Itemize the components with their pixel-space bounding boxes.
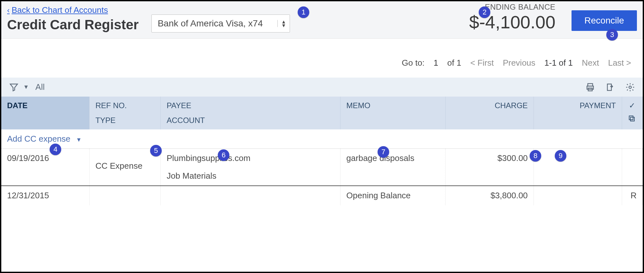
account-selector[interactable]: Bank of America Visa, x74 ▴▾ [151,14,290,33]
page-input[interactable]: 1 [434,58,438,68]
callout-badge: 3 [606,29,618,41]
callout-badge: 2 [479,6,490,18]
chevron-down-icon[interactable]: ▼ [23,84,29,90]
last-page-link[interactable]: Last > [608,58,631,68]
back-link[interactable]: ‹ Back to Chart of Accounts [7,5,108,15]
cell-rec [622,149,642,186]
cell-charge: $300.00 [446,149,534,186]
svg-rect-4 [629,116,633,120]
cell-payment [534,149,622,186]
table-toolbar: ▼ All [1,78,643,97]
callout-badge: 7 [378,146,389,158]
col-payee-account[interactable]: PAYEE ACCOUNT [161,97,341,129]
cell-payee-account: Plumbingsupplies.com Job Materials [161,149,341,186]
col-date[interactable]: DATE [1,97,90,129]
callout-badge: 5 [150,145,162,156]
reconcile-button[interactable]: Reconcile [572,10,637,31]
duplicate-icon[interactable] [628,115,637,122]
cell-rec: R [622,186,642,205]
col-charge[interactable]: CHARGE [446,97,534,129]
col-memo[interactable]: MEMO [341,97,446,129]
svg-point-3 [629,86,631,89]
callout-badge: 9 [555,150,566,162]
callout-badge: 1 [298,6,309,18]
account-selector-value: Bank of America Visa, x74 [158,18,273,29]
cell-memo: Opening Balance [341,186,446,205]
page-header: ‹ Back to Chart of Accounts Credit Card … [1,1,643,39]
col-reconciled[interactable]: ✓ [622,97,642,129]
page-title: Credit Card Register [7,17,139,33]
back-link-label: Back to Chart of Accounts [12,5,108,15]
table-row[interactable]: 12/31/2015 Opening Balance $3,800.00 R [1,186,643,205]
cell-date: 12/31/2015 [1,186,90,205]
chevron-down-icon: ▼ [76,136,82,143]
table-header-row: DATE REF NO. TYPE PAYEE ACCOUNT MEMO CHA… [1,97,643,129]
page-of-label: of 1 [447,58,461,68]
register-table: DATE REF NO. TYPE PAYEE ACCOUNT MEMO CHA… [1,97,643,205]
export-icon[interactable] [605,82,615,92]
cell-payee-account [161,186,341,205]
callout-badge: 4 [50,144,61,155]
cell-payment [534,186,622,205]
filter-icon[interactable] [9,82,19,92]
updown-icon: ▴▾ [277,20,285,27]
pagination-bar: Go to: 1 of 1 < First Previous 1-1 of 1 … [1,39,643,78]
next-page-link[interactable]: Next [582,58,599,68]
add-expense-label: Add CC expense [7,134,71,144]
goto-label: Go to: [402,58,425,68]
cell-charge: $3,800.00 [446,186,534,205]
cell-date: 09/19/2016 [1,149,90,186]
callout-badge: 8 [530,150,541,162]
cell-refno-type [90,186,161,205]
page-range: 1-1 of 1 [544,58,573,68]
previous-page-link[interactable]: Previous [503,58,535,68]
chevron-left-icon: ‹ [7,6,10,15]
callout-badge: 6 [218,149,229,161]
table-row[interactable]: 09/19/2016 CC Expense Plumbingsupplies.c… [1,149,643,186]
svg-rect-5 [630,117,634,121]
col-payment[interactable]: PAYMENT [534,97,622,129]
cell-memo: garbage disposals [341,149,446,186]
first-page-link[interactable]: < First [470,58,494,68]
filter-label: All [35,82,45,92]
check-icon: ✓ [629,101,635,110]
print-icon[interactable] [585,82,595,92]
cell-refno-type: CC Expense [90,149,161,186]
add-expense-row[interactable]: Add CC expense ▼ [1,129,643,149]
gear-icon[interactable] [625,82,635,92]
col-refno-type[interactable]: REF NO. TYPE [90,97,161,129]
